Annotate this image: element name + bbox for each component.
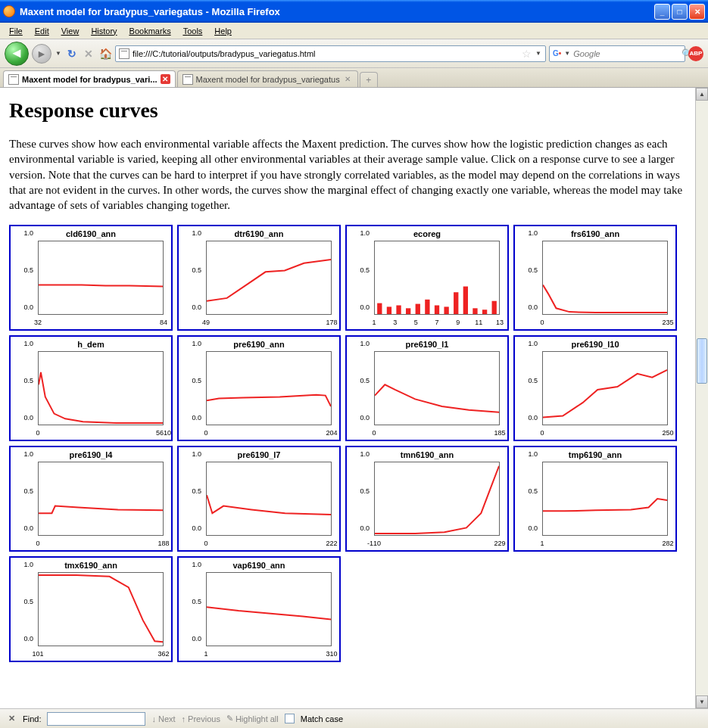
menu-bar: File Edit View History Bookmarks Tools H…: [0, 23, 708, 39]
response-curve-chart[interactable]: pre6190_l70.00.51.00222: [177, 446, 341, 552]
search-input[interactable]: [573, 49, 678, 58]
url-dropdown-icon[interactable]: ▼: [535, 50, 542, 57]
chart-title: pre6190_ann: [179, 340, 339, 349]
response-curve-chart[interactable]: frs6190_ann0.00.51.00235: [513, 225, 677, 331]
forward-button[interactable]: ►: [32, 44, 51, 64]
scroll-up-button[interactable]: ▲: [696, 88, 708, 101]
address-bar[interactable]: ☆ ▼: [115, 45, 546, 62]
plot-area: [374, 462, 500, 536]
response-curve-chart[interactable]: dtr6190_ann0.00.51.049178: [177, 225, 341, 331]
svg-rect-10: [473, 309, 477, 315]
x-tick-label: 0: [540, 429, 544, 437]
y-tick-label: 1.0: [192, 229, 201, 237]
scroll-thumb[interactable]: [697, 338, 707, 384]
plot-area: [38, 572, 164, 646]
home-button[interactable]: 🏠: [98, 47, 112, 61]
vertical-scrollbar[interactable]: ▲ ▼: [695, 88, 708, 708]
y-tick-label: 0.5: [23, 266, 33, 274]
x-tick-label: 229: [494, 540, 505, 547]
find-close-button[interactable]: ✕: [6, 714, 17, 723]
navigation-toolbar: ◄ ► ▼ ↻ ✕ 🏠 ☆ ▼ G• ▼ 🔍 ABP: [0, 39, 708, 68]
y-tick-label: 1.0: [528, 340, 538, 347]
find-input[interactable]: [47, 712, 145, 726]
response-curve-chart[interactable]: pre6190_ann0.00.51.00204: [177, 335, 341, 441]
response-curve-chart[interactable]: tmp6190_ann0.00.51.01282: [513, 446, 677, 552]
menu-file[interactable]: File: [5, 25, 27, 37]
y-tick-label: 1.0: [360, 450, 370, 458]
x-tick-label: 362: [158, 650, 169, 658]
chart-title: dtr6190_ann: [179, 229, 339, 238]
tab-label: Maxent model for bradypus_variegatus: [196, 75, 340, 84]
stop-button[interactable]: ✕: [82, 47, 95, 61]
x-tick-label: 250: [662, 429, 673, 437]
svg-rect-0: [377, 303, 382, 314]
x-tick-label: -110: [367, 540, 381, 547]
new-tab-button[interactable]: +: [360, 72, 378, 87]
google-icon[interactable]: G•: [553, 48, 561, 59]
y-tick-label: 0.0: [528, 303, 538, 311]
search-engine-dropdown-icon[interactable]: ▼: [564, 50, 570, 57]
x-tick-label: 9: [456, 319, 460, 326]
menu-tools[interactable]: Tools: [179, 25, 207, 37]
menu-history[interactable]: History: [86, 25, 121, 37]
response-curve-chart[interactable]: pre6190_l10.00.51.00185: [345, 335, 509, 441]
svg-rect-4: [416, 304, 420, 314]
y-tick-label: 1.0: [192, 340, 201, 347]
search-bar[interactable]: G• ▼ 🔍: [549, 45, 685, 62]
response-curve-chart[interactable]: tmx6190_ann0.00.51.0101362: [9, 556, 173, 662]
response-curve-chart[interactable]: vap6190_ann0.00.51.01310: [177, 556, 341, 662]
chart-title: cld6190_ann: [11, 229, 171, 238]
tab-active[interactable]: Maxent model for bradypus_vari... ✕: [3, 70, 176, 87]
scroll-track[interactable]: [696, 101, 708, 695]
chart-title: tmn6190_ann: [347, 450, 507, 459]
x-tick-label: 235: [662, 319, 673, 326]
y-tick-label: 0.5: [192, 377, 201, 384]
chart-title: pre6190_l4: [11, 450, 171, 459]
tab-close-button[interactable]: ✕: [161, 74, 170, 84]
svg-rect-12: [492, 301, 497, 314]
window-minimize-button[interactable]: _: [654, 4, 670, 20]
x-tick-label: 222: [326, 540, 337, 547]
tab-inactive[interactable]: Maxent model for bradypus_variegatus ✕: [177, 70, 358, 87]
response-curve-chart[interactable]: pre6190_l40.00.51.00188: [9, 446, 173, 552]
reload-button[interactable]: ↻: [65, 47, 79, 61]
x-tick-label: 0: [36, 540, 39, 547]
response-curve-chart[interactable]: ecoreg0.00.51.0135791113: [345, 225, 509, 331]
chart-title: h_dem: [11, 340, 171, 349]
url-input[interactable]: [133, 49, 519, 58]
history-dropdown-icon[interactable]: ▼: [55, 50, 62, 57]
svg-rect-7: [444, 307, 448, 315]
x-tick-label: 310: [326, 650, 337, 658]
y-tick-label: 1.0: [23, 340, 33, 347]
adblock-icon[interactable]: ABP: [688, 46, 703, 61]
y-tick-label: 0.0: [192, 414, 201, 422]
tab-close-button[interactable]: ✕: [343, 74, 353, 84]
scroll-down-button[interactable]: ▼: [696, 695, 708, 708]
y-tick-label: 1.0: [528, 450, 538, 458]
menu-help[interactable]: Help: [210, 25, 236, 37]
window-close-button[interactable]: ✕: [689, 4, 705, 20]
find-next-button[interactable]: ↓ Next: [151, 714, 175, 723]
menu-bookmarks[interactable]: Bookmarks: [125, 25, 176, 37]
menu-view[interactable]: View: [57, 25, 84, 37]
find-highlight-button[interactable]: ✎ Highlight all: [226, 714, 279, 723]
chart-title: vap6190_ann: [179, 561, 339, 570]
svg-rect-9: [463, 287, 468, 314]
plot-area: [38, 241, 164, 315]
svg-rect-11: [482, 310, 487, 314]
response-curve-chart[interactable]: tmn6190_ann0.00.51.0-110229: [345, 446, 509, 552]
menu-edit[interactable]: Edit: [30, 25, 54, 37]
bookmark-star-icon[interactable]: ☆: [522, 48, 532, 60]
response-curve-chart[interactable]: cld6190_ann0.00.51.03284: [9, 225, 173, 331]
response-curve-chart[interactable]: h_dem0.00.51.005610: [9, 335, 173, 441]
window-maximize-button[interactable]: □: [672, 4, 688, 20]
find-previous-button[interactable]: ↑ Previous: [182, 714, 220, 723]
page-content: Response curves These curves show how ea…: [0, 88, 695, 708]
response-curve-chart[interactable]: pre6190_l100.00.51.00250: [513, 335, 677, 441]
y-tick-label: 0.0: [192, 303, 201, 311]
plot-area: [38, 462, 164, 536]
x-tick-label: 1: [540, 540, 544, 547]
y-tick-label: 0.0: [23, 524, 33, 532]
match-case-checkbox[interactable]: [285, 714, 295, 723]
back-button[interactable]: ◄: [5, 42, 29, 66]
